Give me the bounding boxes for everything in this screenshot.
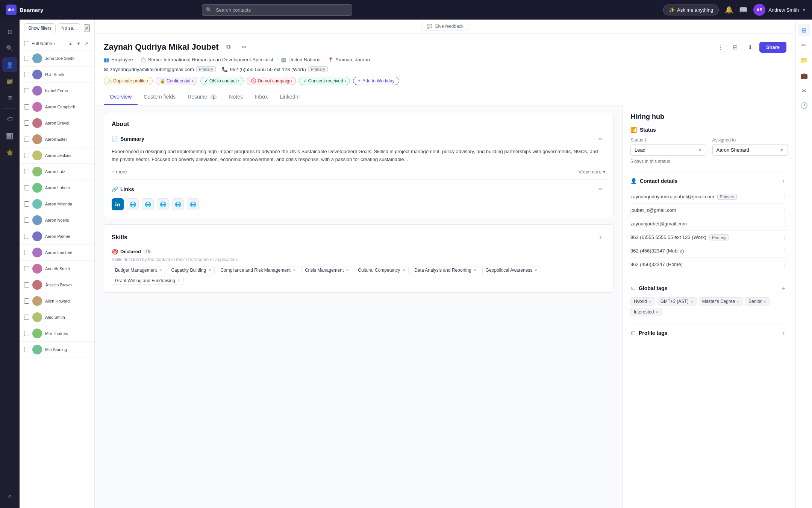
skill-remove-icon[interactable]: ✕: [159, 268, 162, 272]
contact-checkbox[interactable]: [24, 185, 29, 190]
contact-checkbox[interactable]: [24, 315, 29, 320]
contact-checkbox[interactable]: [24, 169, 29, 174]
contact-checkbox[interactable]: [24, 217, 29, 223]
global-tag-remove-icon[interactable]: ✕: [763, 300, 766, 304]
summary-edit-button[interactable]: ✏: [595, 134, 606, 144]
nav-external-button[interactable]: ↗: [83, 40, 90, 47]
contact-checkbox[interactable]: [24, 331, 29, 336]
sidebar-item-tag[interactable]: 🏷: [2, 112, 17, 127]
add-to-workday-button[interactable]: + Add to Workday: [353, 77, 399, 85]
skill-remove-icon[interactable]: ✕: [293, 268, 296, 272]
skill-remove-icon[interactable]: ✕: [177, 278, 180, 283]
view-more-button[interactable]: View more ▾: [579, 169, 606, 175]
user-menu[interactable]: AS Andrew Smith ▼: [753, 4, 806, 16]
tab-linkedin[interactable]: LinkedIn: [274, 89, 306, 105]
sidebar-item-mail[interactable]: ✉: [2, 90, 17, 105]
tab-overview[interactable]: Overview: [104, 89, 138, 105]
contact-details-add-button[interactable]: ＋: [779, 176, 788, 186]
skill-remove-icon[interactable]: ✕: [474, 268, 477, 272]
more-options-button[interactable]: ⋮: [714, 41, 726, 53]
right-rail-briefcase[interactable]: 💼: [798, 69, 810, 81]
tab-inbox[interactable]: Inbox: [249, 89, 274, 105]
copy-profile-button[interactable]: ⧉: [223, 41, 235, 53]
linkedin-link[interactable]: [112, 198, 124, 210]
contact-checkbox[interactable]: [24, 201, 29, 207]
ask-me-button[interactable]: ✨ Ask me anything: [663, 5, 719, 15]
contact-checkbox[interactable]: [24, 282, 29, 287]
list-item[interactable]: Allen Howard: [20, 293, 94, 309]
contact-detail-menu-icon[interactable]: ⋮: [782, 207, 788, 214]
search-input[interactable]: [202, 4, 352, 16]
status-select[interactable]: Lead ▼: [630, 144, 706, 156]
contact-checkbox[interactable]: [24, 88, 29, 93]
list-item[interactable]: Isabel Ferrer: [20, 83, 94, 99]
give-feedback-button[interactable]: 💬 Give feedback: [421, 22, 469, 31]
tab-custom-fields[interactable]: Custom fields: [138, 89, 182, 105]
global-tag-remove-icon[interactable]: ✕: [655, 310, 658, 314]
globe-link-2[interactable]: 🌐: [142, 198, 154, 210]
skill-remove-icon[interactable]: ✕: [208, 268, 211, 272]
contact-checkbox[interactable]: [24, 120, 29, 126]
close-panel-button[interactable]: ✕: [84, 24, 90, 32]
tag-ok-to-contact[interactable]: ✓ OK to contact ›: [200, 77, 244, 85]
list-item[interactable]: Aaron Noelle: [20, 212, 94, 228]
tab-resume[interactable]: Resume 1: [182, 89, 223, 105]
skill-remove-icon[interactable]: ✕: [346, 268, 349, 272]
contact-checkbox[interactable]: [24, 137, 29, 142]
contact-detail-menu-icon[interactable]: ⋮: [782, 220, 788, 227]
sidebar-item-star[interactable]: ⭐: [2, 145, 17, 160]
book-icon[interactable]: 📖: [739, 6, 747, 14]
share-button[interactable]: Share: [759, 42, 786, 53]
contact-checkbox[interactable]: [24, 234, 29, 239]
list-item[interactable]: Aaron Miranda: [20, 196, 94, 212]
global-tag-remove-icon[interactable]: ✕: [736, 300, 739, 304]
nav-down-button[interactable]: ▼: [75, 40, 82, 47]
sidebar-item-search[interactable]: 🔍: [2, 41, 17, 56]
search-bar[interactable]: 🔍: [202, 4, 352, 16]
download-button[interactable]: ⬇: [744, 41, 756, 53]
globe-link-1[interactable]: 🌐: [127, 198, 139, 210]
sidebar-item-folder[interactable]: 📁: [2, 74, 17, 89]
globe-link-4[interactable]: 🌐: [172, 198, 184, 210]
tag-confidential[interactable]: 🔒 Confidential ›: [156, 77, 197, 85]
global-tags-add-button[interactable]: ＋: [779, 284, 788, 293]
right-rail-history[interactable]: 🕐: [798, 99, 810, 111]
right-rail-folder[interactable]: 📁: [798, 54, 810, 66]
plus-more-button[interactable]: + more: [112, 169, 127, 175]
right-rail-overview[interactable]: ⊞: [798, 24, 810, 36]
save-button[interactable]: No sa...: [58, 23, 80, 33]
sidebar-item-home[interactable]: ⊞: [2, 24, 17, 39]
contact-checkbox[interactable]: [24, 347, 29, 352]
show-filters-button[interactable]: Show filters: [24, 23, 56, 33]
sidebar-item-contacts[interactable]: 👤: [2, 57, 17, 72]
list-item[interactable]: Aaron Palmer: [20, 228, 94, 245]
profile-tags-add-button[interactable]: ＋: [779, 329, 788, 338]
right-rail-mail[interactable]: ✉: [798, 84, 810, 96]
skill-remove-icon[interactable]: ✕: [535, 268, 538, 272]
list-item[interactable]: Aaron Campbell: [20, 99, 94, 115]
bookmark-button[interactable]: ⊟: [729, 41, 741, 53]
sidebar-item-chart[interactable]: 📊: [2, 128, 17, 143]
list-item[interactable]: Aaron Jenkins: [20, 148, 94, 164]
skill-remove-icon[interactable]: ✕: [402, 268, 405, 272]
contact-checkbox[interactable]: [24, 56, 29, 61]
sidebar-item-collapse[interactable]: «: [2, 488, 17, 503]
contact-checkbox[interactable]: [24, 298, 29, 304]
list-item[interactable]: Aaron Lubeck: [20, 180, 94, 196]
list-item[interactable]: Aaron Estell: [20, 131, 94, 148]
tab-notes[interactable]: Notes: [223, 89, 249, 105]
global-tag-remove-icon[interactable]: ✕: [648, 300, 651, 304]
select-all-checkbox[interactable]: [24, 41, 29, 46]
edit-profile-button[interactable]: ✏: [238, 41, 250, 53]
assigned-select[interactable]: Aaron Shepard ▼: [712, 144, 788, 156]
contact-detail-menu-icon[interactable]: ⋮: [782, 193, 788, 200]
tag-duplicate-profile[interactable]: ⚠ Duplicate profile ›: [104, 77, 153, 85]
list-item[interactable]: R.J. Smith: [20, 67, 94, 83]
list-item[interactable]: Aaron Dravel: [20, 115, 94, 131]
contact-checkbox[interactable]: [24, 266, 29, 271]
notifications-icon[interactable]: 🔔: [725, 6, 733, 14]
nav-up-button[interactable]: ▲: [67, 40, 74, 47]
globe-link-3[interactable]: 🌐: [157, 198, 169, 210]
globe-link-5[interactable]: 🌐: [187, 198, 199, 210]
list-item[interactable]: Aaron Lutz: [20, 164, 94, 180]
